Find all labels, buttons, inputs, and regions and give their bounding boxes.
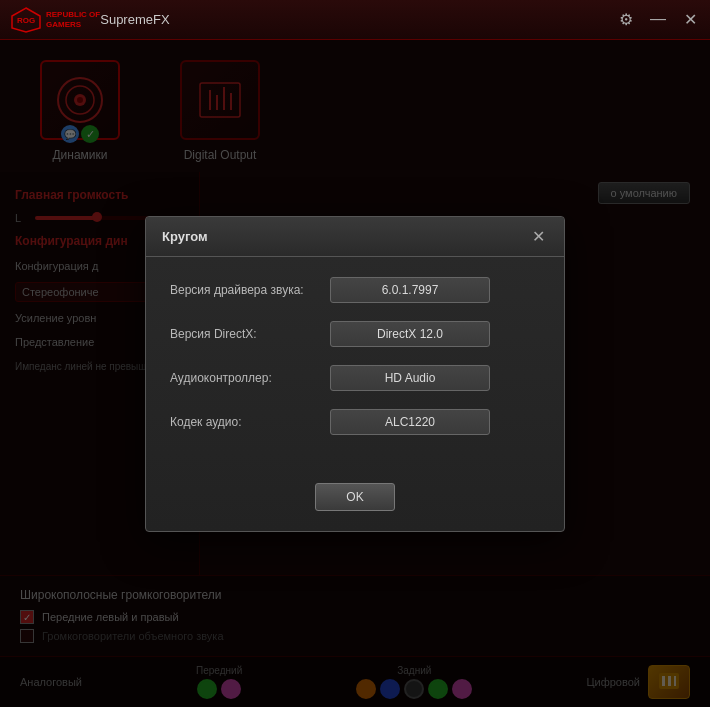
audio-controller-value: HD Audio (330, 365, 490, 391)
titlebar: ROG REPUBLIC OFGAMERS SupremeFX ⚙ — ✕ (0, 0, 710, 40)
svg-text:ROG: ROG (17, 16, 35, 25)
modal-close-button[interactable]: ✕ (528, 227, 548, 246)
app-title: SupremeFX (100, 12, 616, 27)
modal-footer: OK (146, 473, 564, 531)
window-controls: ⚙ — ✕ (616, 10, 700, 29)
modal-body: Версия драйвера звука: 6.0.1.7997 Версия… (146, 257, 564, 473)
main-area: 💬 ✓ Динамики Digital Output Главн (0, 40, 710, 707)
directx-label: Версия DirectX: (170, 327, 330, 341)
audio-codec-label: Кодек аудио: (170, 415, 330, 429)
rog-emblem-icon: ROG (10, 6, 42, 34)
minimize-button[interactable]: — (648, 10, 668, 29)
directx-row: Версия DirectX: DirectX 12.0 (170, 321, 540, 347)
audio-controller-row: Аудиоконтроллер: HD Audio (170, 365, 540, 391)
audio-codec-value: ALC1220 (330, 409, 490, 435)
audio-controller-label: Аудиоконтроллер: (170, 371, 330, 385)
modal-overlay: Кругом ✕ Версия драйвера звука: 6.0.1.79… (0, 40, 710, 707)
driver-version-value: 6.0.1.7997 (330, 277, 490, 303)
info-modal: Кругом ✕ Версия драйвера звука: 6.0.1.79… (145, 216, 565, 532)
driver-version-row: Версия драйвера звука: 6.0.1.7997 (170, 277, 540, 303)
modal-title: Кругом (162, 229, 208, 244)
driver-version-label: Версия драйвера звука: (170, 283, 330, 297)
close-window-button[interactable]: ✕ (680, 10, 700, 29)
settings-button[interactable]: ⚙ (616, 10, 636, 29)
rog-tagline: REPUBLIC OFGAMERS (46, 10, 100, 29)
ok-button[interactable]: OK (315, 483, 394, 511)
rog-logo: ROG REPUBLIC OFGAMERS (10, 6, 100, 34)
directx-value: DirectX 12.0 (330, 321, 490, 347)
audio-codec-row: Кодек аудио: ALC1220 (170, 409, 540, 435)
modal-header: Кругом ✕ (146, 217, 564, 257)
